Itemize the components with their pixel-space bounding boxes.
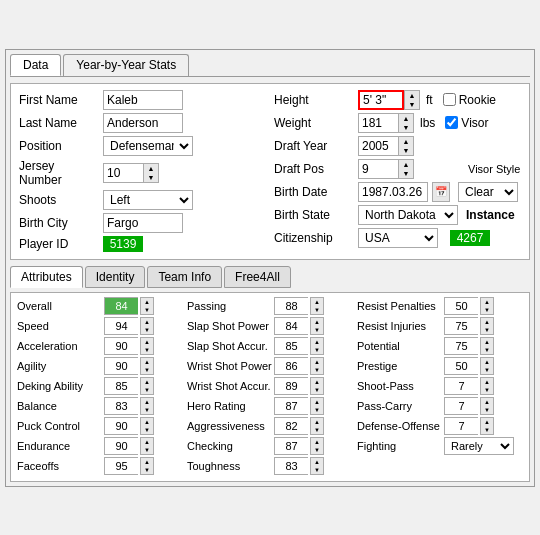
height-input[interactable] bbox=[358, 90, 404, 110]
resist-penalties-input[interactable] bbox=[444, 297, 478, 315]
shoot-pass-down[interactable]: ▼ bbox=[481, 386, 493, 394]
draft-pos-up[interactable]: ▲ bbox=[399, 160, 413, 169]
potential-input[interactable] bbox=[444, 337, 478, 355]
resist-penalties-up[interactable]: ▲ bbox=[481, 298, 493, 306]
tab-data[interactable]: Data bbox=[10, 54, 61, 76]
resist-injuries-input[interactable] bbox=[444, 317, 478, 335]
acceleration-up[interactable]: ▲ bbox=[141, 338, 153, 346]
agility-up[interactable]: ▲ bbox=[141, 358, 153, 366]
wrist-shot-accur-up[interactable]: ▲ bbox=[311, 378, 323, 386]
calendar-btn[interactable]: 📅 bbox=[432, 182, 450, 202]
hero-rating-input[interactable] bbox=[274, 397, 308, 415]
resist-injuries-down[interactable]: ▼ bbox=[481, 326, 493, 334]
wrist-shot-accur-down[interactable]: ▼ bbox=[311, 386, 323, 394]
pass-carry-down[interactable]: ▼ bbox=[481, 406, 493, 414]
agility-down[interactable]: ▼ bbox=[141, 366, 153, 374]
shoots-select[interactable]: Left Right bbox=[103, 190, 193, 210]
acceleration-down[interactable]: ▼ bbox=[141, 346, 153, 354]
endurance-up[interactable]: ▲ bbox=[141, 438, 153, 446]
slap-shot-accur-down[interactable]: ▼ bbox=[311, 346, 323, 354]
balance-up[interactable]: ▲ bbox=[141, 398, 153, 406]
toughness-input[interactable] bbox=[274, 457, 308, 475]
first-name-input[interactable] bbox=[103, 90, 183, 110]
jersey-input[interactable] bbox=[103, 163, 143, 183]
draft-year-up[interactable]: ▲ bbox=[399, 137, 413, 146]
overall-input[interactable] bbox=[104, 297, 138, 315]
checking-input[interactable] bbox=[274, 437, 308, 455]
speed-up[interactable]: ▲ bbox=[141, 318, 153, 326]
visor-style-select[interactable]: Clear Tinted bbox=[458, 182, 518, 202]
balance-input[interactable] bbox=[104, 397, 138, 415]
faceoffs-down[interactable]: ▼ bbox=[141, 466, 153, 474]
defense-offense-up[interactable]: ▲ bbox=[481, 418, 493, 426]
citizenship-select[interactable]: USA Canada bbox=[358, 228, 438, 248]
position-select[interactable]: Defenseman Forward Goalie bbox=[103, 136, 193, 156]
slap-shot-power-up[interactable]: ▲ bbox=[311, 318, 323, 326]
deking-down[interactable]: ▼ bbox=[141, 386, 153, 394]
endurance-input[interactable] bbox=[104, 437, 138, 455]
resist-injuries-up[interactable]: ▲ bbox=[481, 318, 493, 326]
prestige-down[interactable]: ▼ bbox=[481, 366, 493, 374]
weight-input[interactable] bbox=[358, 113, 398, 133]
draft-year-down[interactable]: ▼ bbox=[399, 146, 413, 155]
puck-control-input[interactable] bbox=[104, 417, 138, 435]
puck-control-down[interactable]: ▼ bbox=[141, 426, 153, 434]
puck-control-up[interactable]: ▲ bbox=[141, 418, 153, 426]
checking-down[interactable]: ▼ bbox=[311, 446, 323, 454]
draft-pos-input[interactable] bbox=[358, 159, 398, 179]
draft-pos-down[interactable]: ▼ bbox=[399, 169, 413, 178]
toughness-up[interactable]: ▲ bbox=[311, 458, 323, 466]
jersey-up[interactable]: ▲ bbox=[144, 164, 158, 173]
aggressiveness-down[interactable]: ▼ bbox=[311, 426, 323, 434]
toughness-down[interactable]: ▼ bbox=[311, 466, 323, 474]
jersey-down[interactable]: ▼ bbox=[144, 173, 158, 182]
slap-shot-power-down[interactable]: ▼ bbox=[311, 326, 323, 334]
passing-down[interactable]: ▼ bbox=[311, 306, 323, 314]
checking-up[interactable]: ▲ bbox=[311, 438, 323, 446]
shoot-pass-input[interactable] bbox=[444, 377, 478, 395]
rookie-label[interactable]: Rookie bbox=[443, 93, 496, 107]
slap-shot-power-input[interactable] bbox=[274, 317, 308, 335]
defense-offense-down[interactable]: ▼ bbox=[481, 426, 493, 434]
shoot-pass-up[interactable]: ▲ bbox=[481, 378, 493, 386]
tab-attributes[interactable]: Attributes bbox=[10, 266, 83, 288]
tab-year-by-year[interactable]: Year-by-Year Stats bbox=[63, 54, 189, 76]
fighting-select[interactable]: Rarely Sometimes Often bbox=[444, 437, 514, 455]
slap-shot-accur-input[interactable] bbox=[274, 337, 308, 355]
pass-carry-input[interactable] bbox=[444, 397, 478, 415]
endurance-down[interactable]: ▼ bbox=[141, 446, 153, 454]
pass-carry-up[interactable]: ▲ bbox=[481, 398, 493, 406]
rookie-checkbox[interactable] bbox=[443, 93, 456, 106]
height-down[interactable]: ▼ bbox=[405, 100, 419, 109]
overall-up[interactable]: ▲ bbox=[141, 298, 153, 306]
weight-up[interactable]: ▲ bbox=[399, 114, 413, 123]
slap-shot-accur-up[interactable]: ▲ bbox=[311, 338, 323, 346]
faceoffs-input[interactable] bbox=[104, 457, 138, 475]
balance-down[interactable]: ▼ bbox=[141, 406, 153, 414]
height-up[interactable]: ▲ bbox=[405, 91, 419, 100]
weight-down[interactable]: ▼ bbox=[399, 123, 413, 132]
speed-down[interactable]: ▼ bbox=[141, 326, 153, 334]
visor-checkbox[interactable] bbox=[445, 116, 458, 129]
draft-year-input[interactable] bbox=[358, 136, 398, 156]
aggressiveness-up[interactable]: ▲ bbox=[311, 418, 323, 426]
birth-date-input[interactable] bbox=[358, 182, 428, 202]
speed-input[interactable] bbox=[104, 317, 138, 335]
passing-up[interactable]: ▲ bbox=[311, 298, 323, 306]
deking-up[interactable]: ▲ bbox=[141, 378, 153, 386]
agility-input[interactable] bbox=[104, 357, 138, 375]
resist-penalties-down[interactable]: ▼ bbox=[481, 306, 493, 314]
visor-label[interactable]: Visor bbox=[445, 116, 488, 130]
wrist-shot-power-up[interactable]: ▲ bbox=[311, 358, 323, 366]
prestige-up[interactable]: ▲ bbox=[481, 358, 493, 366]
tab-identity[interactable]: Identity bbox=[85, 266, 146, 288]
tab-team-info[interactable]: Team Info bbox=[147, 266, 222, 288]
faceoffs-up[interactable]: ▲ bbox=[141, 458, 153, 466]
defense-offense-input[interactable] bbox=[444, 417, 478, 435]
birth-state-select[interactable]: North Dakota bbox=[358, 205, 458, 225]
potential-down[interactable]: ▼ bbox=[481, 346, 493, 354]
passing-input[interactable] bbox=[274, 297, 308, 315]
wrist-shot-power-down[interactable]: ▼ bbox=[311, 366, 323, 374]
last-name-input[interactable] bbox=[103, 113, 183, 133]
overall-down[interactable]: ▼ bbox=[141, 306, 153, 314]
